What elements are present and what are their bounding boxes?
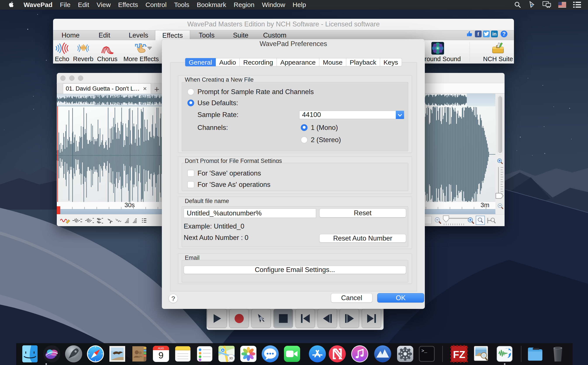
svg-text:3D: 3D (229, 357, 233, 360)
svg-text:FZ: FZ (453, 349, 465, 360)
svg-text:>_: >_ (421, 348, 427, 354)
svg-text:9: 9 (158, 350, 163, 360)
svg-text:AUG: AUG (158, 347, 164, 350)
